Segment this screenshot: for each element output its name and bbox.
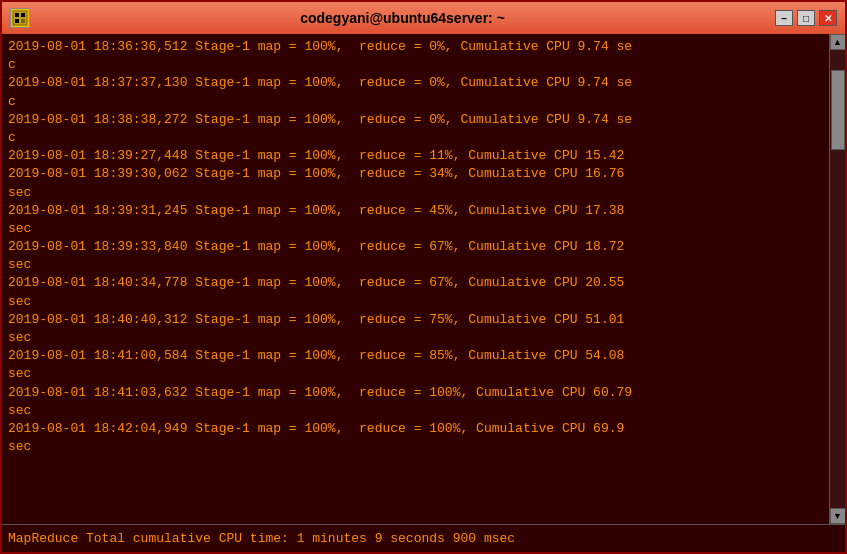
scrollbar-up-button[interactable]: ▲ [830, 34, 846, 50]
svg-rect-2 [21, 13, 25, 17]
svg-rect-4 [21, 19, 25, 23]
status-bar: MapReduce Total cumulative CPU time: 1 m… [2, 524, 845, 552]
minimize-button[interactable]: – [775, 10, 793, 26]
svg-rect-3 [15, 19, 19, 23]
titlebar: codegyani@ubuntu64server: ~ – □ ✕ [2, 2, 845, 34]
svg-rect-1 [15, 13, 19, 17]
scrollbar-down-button[interactable]: ▼ [830, 508, 846, 524]
titlebar-title-wrap: codegyani@ubuntu64server: ~ [30, 10, 775, 26]
titlebar-title: codegyani@ubuntu64server: ~ [30, 10, 775, 26]
titlebar-buttons: – □ ✕ [775, 10, 837, 26]
maximize-button[interactable]: □ [797, 10, 815, 26]
terminal-area: 2019-08-01 18:36:36,512 Stage-1 map = 10… [2, 34, 845, 524]
app-icon [10, 8, 30, 28]
scrollbar-thumb[interactable] [831, 70, 845, 150]
scrollbar-track[interactable] [830, 50, 845, 508]
titlebar-left [10, 8, 30, 28]
scrollbar: ▲ ▼ [829, 34, 845, 524]
terminal-output[interactable]: 2019-08-01 18:36:36,512 Stage-1 map = 10… [2, 34, 829, 524]
terminal-window: codegyani@ubuntu64server: ~ – □ ✕ 2019-0… [0, 0, 847, 554]
close-button[interactable]: ✕ [819, 10, 837, 26]
status-text: MapReduce Total cumulative CPU time: 1 m… [8, 531, 515, 546]
